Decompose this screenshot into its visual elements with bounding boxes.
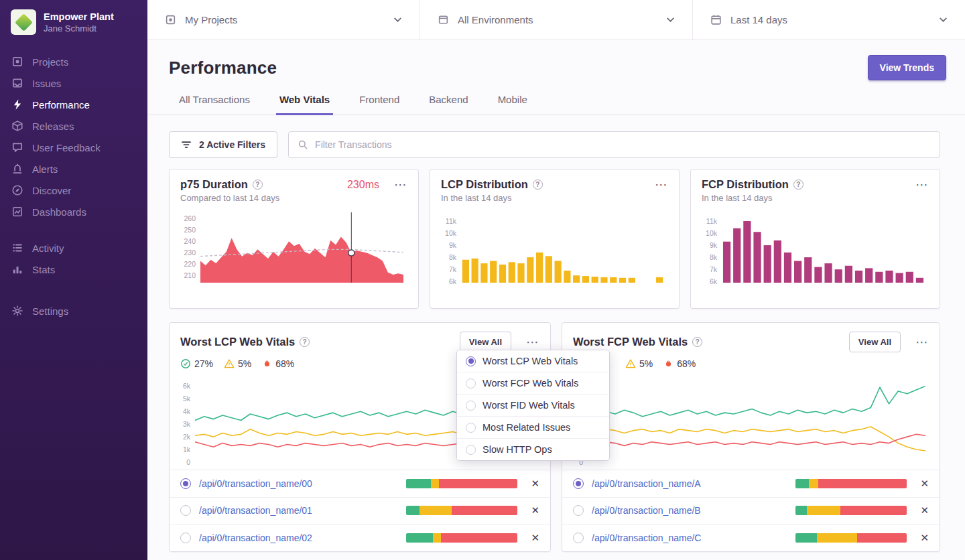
sidebar-item-user-feedback[interactable]: User Feedback [11, 137, 136, 158]
close-icon[interactable]: ✕ [531, 478, 539, 490]
vitals-stacked-bar [406, 479, 517, 488]
good-segment [795, 533, 817, 543]
svg-text:6k: 6k [449, 277, 457, 285]
overflow-menu-icon[interactable]: ⋯ [526, 339, 539, 346]
tab-frontend[interactable]: Frontend [356, 94, 403, 115]
chevron-down-icon [939, 17, 948, 23]
vitals-stacked-bar [795, 533, 907, 543]
sidebar-item-label: Issues [32, 78, 61, 89]
menu-item-worst-lcp[interactable]: Worst LCP Web Vitals [457, 350, 609, 372]
date-range-dropdown[interactable]: Last 14 days [693, 0, 965, 40]
search-input[interactable] [315, 139, 931, 150]
fcp-distribution-card: FCP Distribution ? ⋯ In the last 14 days… [690, 169, 940, 309]
sidebar: Empower Plant Jane Schmidt Projects Issu… [0, 0, 147, 560]
meh-segment [809, 479, 818, 488]
transaction-link[interactable]: /api/0/transaction_name/00 [199, 478, 312, 489]
transaction-link[interactable]: /api/0/transaction_name/02 [199, 533, 312, 543]
view-all-button[interactable]: View All [849, 332, 901, 352]
help-icon[interactable]: ? [253, 180, 263, 190]
chevron-down-icon [393, 17, 402, 23]
sidebar-nav: Projects Issues Performance Releases Use… [0, 51, 147, 322]
overflow-menu-icon[interactable]: ⋯ [915, 339, 929, 346]
sidebar-item-performance[interactable]: Performance [11, 94, 136, 115]
menu-item-worst-fid[interactable]: Worst FID Web Vitals [457, 395, 609, 417]
menu-item-worst-fcp[interactable]: Worst FCP Web Vitals [457, 372, 609, 395]
transaction-link[interactable]: /api/0/transaction_name/B [592, 505, 701, 516]
overflow-menu-icon[interactable]: ⋯ [655, 182, 668, 188]
sidebar-item-label: Activity [32, 242, 64, 254]
menu-item-slow-http-ops[interactable]: Slow HTTP Ops [457, 439, 609, 460]
vitals-stacked-bar [795, 506, 907, 515]
project-filter-label: My Projects [185, 14, 385, 25]
active-filters-button[interactable]: 2 Active Filters [169, 131, 277, 158]
lcp-distribution-card: LCP Distribution ? ⋯ In the last 14 days… [430, 169, 680, 309]
date-range-label: Last 14 days [730, 14, 930, 25]
org-logo-diamond-icon [15, 13, 33, 31]
vitals-stats: 5% 68% [562, 352, 940, 369]
sidebar-item-label: Settings [32, 305, 68, 317]
org-name: Empower Plant [44, 11, 114, 23]
row-radio[interactable] [573, 533, 584, 543]
close-icon[interactable]: ✕ [531, 532, 539, 544]
overflow-menu-icon[interactable]: ⋯ [394, 182, 407, 188]
project-filter-dropdown[interactable]: My Projects [147, 0, 420, 40]
menu-radio [466, 356, 476, 366]
menu-radio [466, 445, 476, 455]
transaction-link[interactable]: /api/0/transaction_name/01 [199, 505, 312, 516]
transaction-link[interactable]: /api/0/transaction_name/C [592, 533, 701, 543]
row-radio[interactable] [573, 478, 584, 489]
good-segment [406, 479, 431, 488]
sidebar-item-settings[interactable]: Settings [11, 300, 136, 322]
tab-web-vitals[interactable]: Web Vitals [276, 94, 333, 115]
sidebar-item-issues[interactable]: Issues [11, 72, 136, 94]
org-user: Jane Schmidt [44, 23, 114, 33]
card-title: Worst LCP Web Vitals [180, 336, 295, 348]
tab-mobile[interactable]: Mobile [495, 94, 531, 115]
row-radio[interactable] [180, 505, 191, 516]
sidebar-item-stats[interactable]: Stats [11, 259, 136, 280]
sidebar-item-dashboards[interactable]: Dashboards [11, 201, 136, 222]
sidebar-item-activity[interactable]: Activity [11, 237, 136, 259]
page-title: Performance [169, 58, 946, 78]
environment-filter-dropdown[interactable]: All Environments [420, 0, 693, 40]
meh-segment [433, 533, 441, 543]
meh-stat: 5% [625, 358, 653, 369]
worst-fcp-card: Worst FCP Web Vitals ? View All ⋯ 5% [562, 322, 940, 552]
tab-backend[interactable]: Backend [426, 94, 471, 115]
help-icon[interactable]: ? [692, 337, 702, 347]
fire-icon [663, 359, 673, 369]
svg-text:10k: 10k [706, 229, 718, 237]
close-icon[interactable]: ✕ [920, 532, 929, 544]
main-content: Performance View Trends All Transactions… [147, 40, 965, 560]
help-icon[interactable]: ? [793, 180, 803, 190]
help-icon[interactable]: ? [300, 337, 310, 347]
close-icon[interactable]: ✕ [920, 504, 929, 516]
sidebar-item-label: Stats [32, 264, 55, 275]
svg-text:240: 240 [184, 237, 196, 245]
svg-text:11k: 11k [706, 217, 718, 225]
view-trends-button[interactable]: View Trends [868, 55, 946, 80]
overflow-menu-icon[interactable]: ⋯ [915, 182, 929, 188]
help-icon[interactable]: ? [533, 180, 543, 190]
sidebar-item-releases[interactable]: Releases [11, 115, 136, 137]
row-radio[interactable] [180, 533, 191, 543]
close-icon[interactable]: ✕ [531, 504, 539, 516]
close-icon[interactable]: ✕ [920, 478, 929, 490]
poor-segment [439, 479, 518, 488]
sidebar-item-projects[interactable]: Projects [11, 51, 136, 72]
sidebar-item-discover[interactable]: Discover [11, 180, 136, 201]
svg-text:2k: 2k [183, 433, 191, 441]
sidebar-item-alerts[interactable]: Alerts [11, 158, 136, 180]
menu-item-most-related-issues[interactable]: Most Related Issues [457, 417, 609, 439]
row-radio[interactable] [180, 478, 191, 489]
nav-section-gap [11, 295, 136, 300]
vitals-stacked-bar [795, 479, 907, 488]
global-filter-bar: My Projects All Environments Last 14 day… [147, 0, 965, 40]
lcp-distribution-chart: 11k10k9k8k7k6k [441, 210, 668, 286]
org-switcher[interactable]: Empower Plant Jane Schmidt [0, 9, 147, 35]
row-radio[interactable] [573, 505, 584, 516]
tab-all-transactions[interactable]: All Transactions [176, 94, 253, 115]
transaction-link[interactable]: /api/0/transaction_name/A [592, 478, 701, 489]
card-subtitle: Compared to last 14 days [180, 193, 407, 203]
active-filters-label: 2 Active Filters [199, 139, 265, 150]
